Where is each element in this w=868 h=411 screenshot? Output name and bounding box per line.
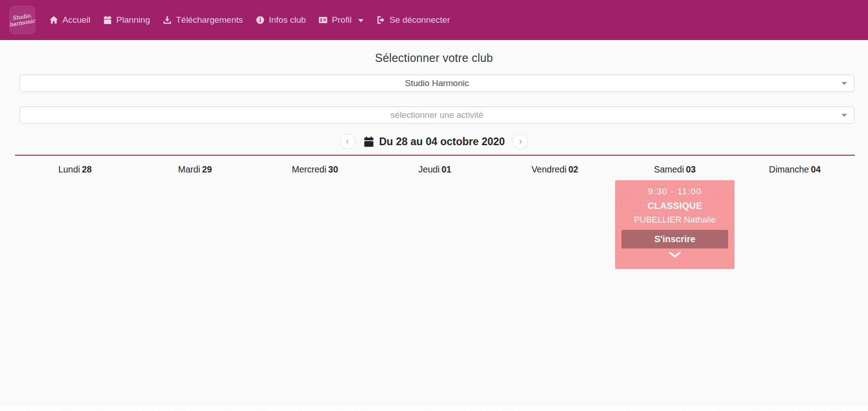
nav-item-label: Se déconnecter <box>390 15 450 25</box>
day-header-lundi: Lundi28 <box>15 164 135 175</box>
caret-down-icon <box>358 19 364 22</box>
nav-item-infos-club[interactable]: Infos club <box>249 15 312 25</box>
home-icon <box>49 15 58 25</box>
chevron-down-icon <box>842 114 847 117</box>
footer-strip <box>0 407 868 411</box>
event-teacher: PUBELLIER Nathalie <box>621 215 728 225</box>
day-header-mercredi: Mercredi30 <box>255 164 375 175</box>
download-icon <box>163 15 172 25</box>
nav-item-profil[interactable]: Profil <box>312 15 370 25</box>
nav-item-label: Infos club <box>269 15 306 25</box>
activity-select-placeholder: sélectionner une activité <box>390 110 483 120</box>
day-headers-row: Lundi28 Mardi29 Mercredi30 Jeudi01 Vendr… <box>0 164 868 175</box>
prev-week-button[interactable] <box>340 134 355 149</box>
next-week-button[interactable] <box>513 134 528 149</box>
event-card[interactable]: 9:30 - 11:00 CLASSIQUE PUBELLIER Nathali… <box>615 180 734 269</box>
event-time: 9:30 - 11:00 <box>621 187 728 197</box>
event-activity: CLASSIQUE <box>621 201 728 211</box>
id-card-icon <box>318 15 328 25</box>
day-header-samedi: Samedi03 <box>615 164 734 175</box>
divider <box>15 155 855 156</box>
activity-select[interactable]: sélectionner une activité <box>20 107 854 124</box>
chevron-left-icon <box>344 139 350 145</box>
expand-event-button[interactable] <box>621 252 728 258</box>
day-header-vendredi: Vendredi02 <box>495 164 615 175</box>
register-button[interactable]: S'inscrire <box>621 230 728 249</box>
club-select[interactable]: Studio Harmonic <box>20 75 854 92</box>
nav-item-se-deconnecter[interactable]: Se déconnecter <box>370 15 457 25</box>
nav-item-telechargements[interactable]: Téléchargements <box>156 15 249 25</box>
week-range: Du 28 au 04 octobre 2020 <box>363 136 505 148</box>
navbar: Studio. harmonic Accueil Planning Téléch… <box>0 0 868 40</box>
day-header-mardi: Mardi29 <box>135 164 255 175</box>
club-select-value: Studio Harmonic <box>405 78 469 88</box>
day-header-dimanche: Dimanche04 <box>735 164 855 175</box>
nav-item-planning[interactable]: Planning <box>97 15 156 25</box>
chevron-down-icon <box>842 82 847 85</box>
info-icon <box>256 15 265 25</box>
week-navigation: Du 28 au 04 octobre 2020 <box>0 134 868 149</box>
page-title: Sélectionner votre club <box>0 51 868 65</box>
main-content: Sélectionner votre club Studio Harmonic … <box>0 51 868 269</box>
day-header-jeudi: Jeudi01 <box>375 164 495 175</box>
nav-item-label: Planning <box>116 15 150 25</box>
chevron-down-icon <box>668 252 681 258</box>
calendar-icon <box>363 136 375 147</box>
nav-item-label: Accueil <box>62 15 90 25</box>
nav-item-accueil[interactable]: Accueil <box>43 15 97 25</box>
week-grid: 9:30 - 11:00 CLASSIQUE PUBELLIER Nathali… <box>0 180 868 269</box>
week-range-label: Du 28 au 04 octobre 2020 <box>379 136 505 148</box>
logo[interactable]: Studio. harmonic <box>9 5 36 35</box>
nav-item-label: Profil <box>332 15 351 25</box>
nav-item-label: Téléchargements <box>176 15 243 25</box>
day-column-samedi: 9:30 - 11:00 CLASSIQUE PUBELLIER Nathali… <box>615 180 734 269</box>
chevron-right-icon <box>518 139 524 145</box>
calendar-icon <box>103 15 112 25</box>
sign-out-icon <box>376 15 385 25</box>
